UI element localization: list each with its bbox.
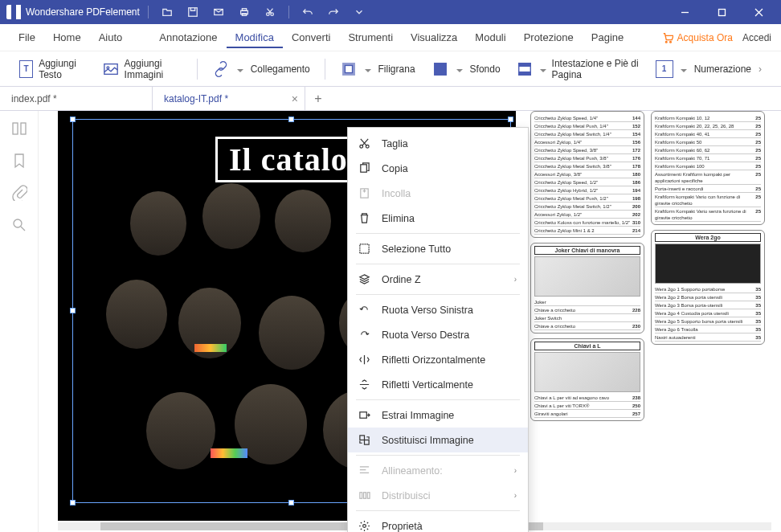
menu-view[interactable]: Visualizza	[402, 27, 466, 48]
numbering-button[interactable]: 1 Numerazione ›	[649, 57, 768, 81]
svg-rect-14	[434, 63, 446, 75]
svg-rect-17	[518, 72, 530, 75]
table-row: Cricchetto Zyklop Metal Push, 3/8"176	[534, 154, 640, 162]
resize-handle[interactable]	[288, 500, 294, 505]
ctx-replace-image[interactable]: Sostituisci Immagine	[348, 428, 528, 452]
menu-protect[interactable]: Protezione	[515, 27, 583, 48]
thumbnails-panel-icon[interactable]	[11, 121, 27, 137]
table-row: Kraftform Kompakt 70, 7125	[655, 154, 761, 162]
add-images-button[interactable]: Aggiungi Immagini	[96, 55, 189, 84]
tab-bar: index.pdf * katalog-IT.pdf * × +	[0, 87, 781, 111]
menu-convert[interactable]: Converti	[283, 27, 339, 48]
save-icon[interactable]	[182, 3, 203, 21]
buy-now-button[interactable]: Acquista Ora	[662, 32, 733, 43]
separator	[356, 264, 520, 264]
menu-edit[interactable]: Modifica	[227, 27, 283, 48]
menu-forms[interactable]: Moduli	[466, 27, 514, 48]
chevron-down-icon	[681, 65, 689, 73]
add-text-button[interactable]: T Aggiungi Testo	[13, 55, 93, 84]
dropdown-icon[interactable]	[349, 3, 370, 21]
cut-icon[interactable]	[260, 3, 280, 21]
redo-icon[interactable]	[323, 3, 344, 21]
watermark-button[interactable]: Filigrana	[333, 57, 422, 81]
thumb-header: Chiavi a L	[534, 342, 640, 350]
open-icon[interactable]	[157, 3, 178, 21]
attachment-panel-icon[interactable]	[11, 185, 27, 201]
ctx-properties[interactable]: Proprietà	[348, 514, 528, 532]
resize-handle[interactable]	[288, 117, 294, 122]
menu-help[interactable]: Aiuto	[90, 27, 132, 48]
ctx-copy[interactable]: Copia	[348, 156, 528, 181]
close-button[interactable]	[742, 0, 775, 24]
menu-file[interactable]: File	[10, 27, 44, 48]
header-footer-label: Intestazione e Piè di Pagina	[552, 58, 640, 80]
menu-home[interactable]: Home	[44, 27, 90, 48]
title-bar: Wondershare PDFelement	[0, 0, 781, 24]
close-tab-icon[interactable]: ×	[292, 92, 298, 105]
thumb-card: Kraftform Kompakt 10, 1225Kraftform Komp…	[651, 111, 765, 225]
tab-katalog-pdf[interactable]: katalog-IT.pdf * ×	[153, 87, 305, 110]
tab-index-pdf[interactable]: index.pdf *	[0, 87, 153, 110]
svg-rect-23	[360, 165, 366, 172]
table-row: Cricchetto Koloss con funzione martello,…	[534, 219, 640, 227]
ctx-cut[interactable]: Taglia	[348, 131, 528, 156]
thumb-image	[534, 256, 640, 297]
table-row: Kraftform Kompakt Vario senza funzione d…	[655, 207, 761, 222]
table-row: Kraftform Kompakt 5025	[655, 138, 761, 146]
background-button[interactable]: Sfondo	[425, 57, 507, 81]
tab-label: index.pdf *	[11, 93, 57, 104]
table-row: Accessori Zyklop, 1/2"202	[534, 211, 640, 219]
flip-h-icon	[358, 354, 370, 366]
resize-handle[interactable]	[70, 308, 76, 313]
align-icon	[358, 464, 370, 477]
ctx-flip-vertical[interactable]: Rifletti Verticalmente	[348, 372, 528, 397]
chevron-right-icon: ›	[514, 466, 517, 475]
ctx-delete[interactable]: Elimina	[348, 206, 528, 231]
chevron-down-icon	[237, 65, 245, 73]
search-panel-icon[interactable]	[11, 217, 27, 233]
edit-toolbar: T Aggiungi Testo Aggiungi Immagini Colle…	[0, 51, 781, 87]
thumb-card: Wera 2go Wera 2go 1 Supporto portaborse3…	[651, 230, 765, 345]
resize-handle[interactable]	[70, 500, 76, 505]
ctx-rotate-right[interactable]: Ruota Verso Destra	[348, 322, 528, 347]
table-row: Accessori Zyklop, 1/4"156	[534, 138, 640, 146]
table-row: Kraftform kompakt Vario con funzione di …	[655, 193, 761, 207]
menu-annotation[interactable]: Annotazione	[150, 27, 226, 48]
separator	[356, 233, 520, 234]
ctx-rotate-left[interactable]: Ruota Verso Sinistra	[348, 297, 528, 322]
layers-icon	[358, 273, 370, 286]
minimize-button[interactable]	[669, 0, 701, 24]
ctx-order-z[interactable]: Ordine Z›	[348, 267, 528, 292]
catalog-thumbnails: Cricchetto Zyklop Speed, 1/4"144Cricchet…	[530, 111, 765, 421]
flip-v-icon	[358, 379, 370, 391]
print-icon[interactable]	[234, 3, 255, 21]
ctx-flip-horizontal[interactable]: Rifletti Orizzontalmente	[348, 347, 528, 372]
thumb-image	[655, 243, 761, 284]
background-icon	[431, 60, 449, 78]
resize-handle[interactable]	[508, 117, 513, 122]
undo-icon[interactable]	[297, 3, 318, 21]
add-tab-button[interactable]: +	[305, 87, 331, 110]
ctx-distribute: Distribuisci›	[348, 483, 528, 508]
thumb-image	[534, 352, 640, 392]
mail-icon[interactable]	[208, 3, 229, 21]
resize-handle[interactable]	[70, 117, 76, 122]
header-footer-button[interactable]: Intestazione e Piè di Pagina	[510, 55, 646, 84]
menu-bar: File Home Aiuto Annotazione Modifica Con…	[0, 24, 781, 51]
svg-point-9	[669, 41, 671, 43]
ctx-extract-image[interactable]: Estrai Immagine	[348, 403, 528, 428]
table-row: Cricchetto Zyklop Metal Switch, 3/8"178	[534, 162, 640, 170]
menu-pages[interactable]: Pagine	[583, 27, 632, 48]
maximize-button[interactable]	[705, 0, 738, 24]
link-button[interactable]: Collegamento	[206, 57, 317, 81]
menu-tools[interactable]: Strumenti	[339, 27, 402, 48]
ctx-select-all[interactable]: Selezione Tutto	[348, 236, 528, 261]
table-row: Cricchetto Zyklop Speed, 1/2"186	[534, 178, 640, 186]
app-title: Wondershare PDFelement	[26, 6, 140, 18]
table-row: Cricchetto Zyklop Speed, 1/4"144	[534, 114, 640, 122]
replace-image-icon	[358, 434, 370, 447]
numbering-label: Numerazione	[694, 63, 751, 75]
separator	[356, 510, 520, 511]
login-link[interactable]: Accedi	[742, 32, 771, 43]
bookmark-panel-icon[interactable]	[11, 153, 27, 169]
